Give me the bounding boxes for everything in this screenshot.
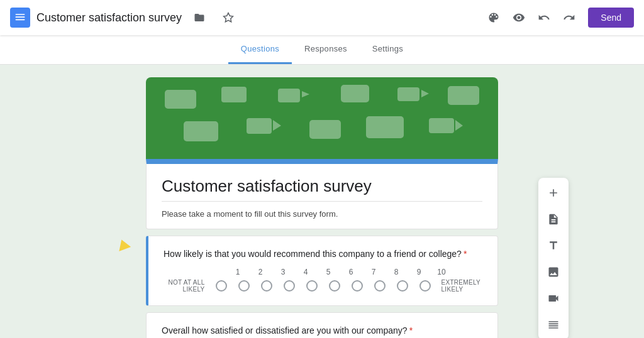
preview-button[interactable]	[508, 6, 530, 29]
svg-marker-18	[421, 90, 429, 97]
question-card-1: How likely is that you would recommend t…	[146, 236, 498, 306]
add-title-button[interactable]	[541, 207, 566, 232]
svg-marker-36	[455, 120, 463, 131]
svg-marker-12	[302, 91, 309, 97]
add-section-button[interactable]	[541, 312, 566, 337]
scale-num-3: 3	[272, 268, 294, 276]
header-actions: Send	[482, 6, 634, 29]
question-2-text: Overall how satisfied or dissatisfied ar…	[162, 325, 482, 335]
scale-num-9: 9	[408, 268, 430, 276]
svg-rect-17	[397, 87, 419, 101]
tab-responses[interactable]: Responses	[292, 35, 360, 64]
palette-button[interactable]	[482, 6, 505, 29]
question-card-2: Overall how satisfied or dissatisfied ar…	[146, 312, 498, 338]
svg-rect-6	[168, 100, 180, 102]
radio-7[interactable]	[346, 280, 369, 292]
svg-rect-5	[168, 95, 187, 97]
right-toolbar	[538, 178, 569, 338]
banner-pattern	[146, 77, 498, 159]
svg-rect-2	[16, 19, 25, 21]
folder-button[interactable]	[188, 6, 211, 29]
scale-num-1: 1	[226, 268, 249, 276]
add-question-button[interactable]	[541, 180, 566, 205]
radio-6[interactable]	[323, 280, 346, 292]
cursor-decoration	[116, 237, 131, 251]
send-button[interactable]: Send	[588, 8, 634, 28]
tab-questions[interactable]: Questions	[228, 35, 292, 64]
radio-9[interactable]	[391, 280, 414, 292]
scale-num-2: 2	[249, 268, 272, 276]
radio-4[interactable]	[278, 280, 301, 292]
radio-1[interactable]	[210, 280, 233, 292]
question-1-text: How likely is that you would recommend t…	[164, 249, 482, 259]
svg-point-20	[453, 93, 458, 98]
svg-rect-0	[16, 14, 25, 15]
scale-num-5: 5	[317, 268, 340, 276]
add-text-button[interactable]	[541, 233, 566, 258]
svg-point-31	[331, 127, 336, 132]
scale-radio-row: NOT AT ALL LIKELY EXTREMELY LIKELY	[164, 279, 482, 293]
form-container: Customer satisfaction survey Please take…	[146, 77, 498, 338]
svg-point-10	[240, 92, 245, 97]
scale-num-7: 7	[362, 268, 385, 276]
radio-3[interactable]	[255, 280, 278, 292]
svg-marker-3	[224, 13, 233, 22]
svg-rect-34	[372, 128, 390, 131]
radio-5[interactable]	[301, 280, 323, 292]
svg-point-21	[461, 93, 466, 98]
form-description: Please take a moment to fill out this su…	[162, 207, 482, 219]
svg-rect-1	[16, 16, 25, 18]
svg-point-30	[323, 127, 328, 132]
main-content: Customer satisfaction survey Please take…	[0, 65, 644, 338]
svg-point-22	[469, 93, 474, 98]
title-card: Customer satisfaction survey Please take…	[146, 159, 498, 229]
svg-rect-11	[278, 89, 300, 102]
svg-rect-33	[372, 123, 396, 125]
svg-rect-24	[189, 126, 211, 129]
svg-point-15	[353, 91, 358, 96]
add-image-button[interactable]	[541, 259, 566, 285]
form-banner	[146, 77, 498, 159]
svg-point-9	[233, 92, 238, 97]
svg-point-29	[314, 127, 319, 132]
scale-numbers: 1 2 3 4 5 6 7 8 9 10	[226, 268, 482, 276]
svg-point-8	[225, 92, 230, 97]
star-button[interactable]	[217, 6, 240, 29]
header-left: Customer satisfaction survey	[10, 6, 482, 29]
svg-rect-26	[247, 118, 272, 134]
radio-2[interactable]	[233, 280, 255, 292]
radio-10[interactable]	[414, 280, 436, 292]
scale-num-8: 8	[385, 268, 408, 276]
scale-label-not-likely: NOT AT ALL LIKELY	[164, 279, 210, 293]
svg-point-14	[346, 91, 351, 96]
svg-marker-27	[273, 120, 281, 131]
add-video-button[interactable]	[541, 286, 566, 311]
radio-group	[210, 280, 436, 292]
app-icon	[10, 8, 30, 28]
scale-label-extremely-likely: EXTREMELY LIKELY	[436, 279, 483, 293]
form-main-title: Customer satisfaction survey	[162, 177, 482, 202]
tab-settings[interactable]: Settings	[360, 35, 416, 64]
radio-8[interactable]	[369, 280, 391, 292]
undo-button[interactable]	[533, 6, 555, 29]
scale-num-10: 10	[430, 268, 453, 276]
required-indicator-2: *	[409, 325, 413, 335]
svg-rect-35	[429, 118, 454, 133]
svg-point-16	[361, 91, 366, 96]
svg-rect-4	[165, 90, 196, 109]
redo-button[interactable]	[558, 6, 580, 29]
tabs-nav: Questions Responses Settings	[0, 35, 644, 65]
form-title: Customer satisfaction survey	[36, 11, 182, 25]
svg-rect-25	[189, 131, 204, 134]
app-header: Customer satisfaction survey Send	[0, 0, 644, 35]
scale-num-4: 4	[294, 268, 317, 276]
svg-rect-32	[366, 116, 404, 138]
scale-num-6: 6	[340, 268, 362, 276]
required-indicator-1: *	[464, 249, 467, 259]
